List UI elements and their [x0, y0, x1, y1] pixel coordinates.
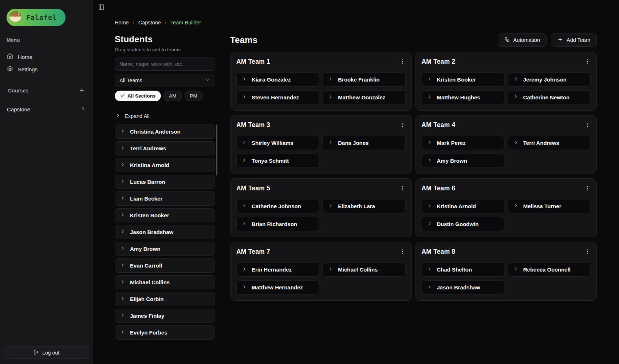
team-filter-select[interactable]: All Teams	[115, 74, 215, 87]
team-member-chip[interactable]: Kristina Arnold	[422, 199, 504, 213]
student-name: Evelyn Forbes	[130, 329, 167, 336]
chevron-right-icon	[115, 113, 121, 119]
team-member-chip[interactable]: Dana Jones	[323, 136, 405, 150]
student-list-item[interactable]: Kristen Booker	[115, 208, 215, 222]
team-member-chip[interactable]: Brian Richardson	[236, 217, 319, 231]
add-team-button[interactable]: Add Team	[551, 33, 597, 47]
team-member-chip[interactable]: Kiara Gonzalez	[236, 72, 319, 87]
team-member-chip[interactable]: Dustin Goodwin	[422, 217, 504, 231]
team-menu-button[interactable]	[398, 57, 407, 67]
member-name: Matthew Hughes	[437, 94, 480, 100]
sidebar-divider	[6, 47, 87, 47]
member-name: Elizabeth Lara	[338, 203, 375, 209]
student-list-scrollbar[interactable]	[216, 124, 217, 175]
add-course-button[interactable]	[78, 86, 86, 95]
team-member-chip[interactable]: Tonya Schmitt	[236, 154, 319, 168]
team-member-chip[interactable]: Shirley Williams	[236, 136, 319, 150]
automation-button[interactable]: Automation	[498, 33, 547, 47]
more-vertical-icon	[584, 185, 590, 192]
team-member-chip[interactable]: Michael Collins	[323, 262, 405, 277]
team-member-chip[interactable]: Matthew Gonzalez	[323, 90, 405, 104]
student-list-item[interactable]: Terri Andrews	[115, 141, 215, 155]
section-filter-chip[interactable]: AM	[163, 91, 182, 101]
course-label: Capstone	[7, 106, 30, 112]
team-member-chip[interactable]: Catherine Johnson	[236, 199, 319, 213]
student-name: Jason Bradshaw	[130, 229, 173, 235]
student-list-item[interactable]: Amy Brown	[115, 242, 215, 256]
chevron-right-icon	[242, 266, 247, 273]
breadcrumb-capstone[interactable]: Capstone	[138, 20, 161, 25]
sidebar-item-capstone[interactable]: Capstone	[5, 103, 88, 116]
section-filter-chip[interactable]: All Sections	[115, 91, 161, 101]
team-menu-button[interactable]	[583, 57, 592, 67]
student-search-input[interactable]	[115, 58, 215, 71]
teams-grid: AM Team 1 Kiara Gonzalez Brooke Franklin…	[230, 52, 597, 301]
logout-button[interactable]: Log out	[4, 347, 89, 359]
team-member-chip[interactable]: Kristen Booker	[422, 72, 504, 87]
student-name: Michael Collins	[130, 279, 170, 285]
section-filter-chip[interactable]: PM	[185, 91, 203, 101]
team-member-chip[interactable]: Melissa Turner	[508, 199, 591, 213]
student-list-item[interactable]: James Finlay	[115, 309, 215, 323]
sidebar-toggle-button[interactable]	[97, 4, 105, 12]
student-list-item[interactable]: Christina Anderson	[115, 124, 215, 139]
brand-logo[interactable]: Falafel	[7, 9, 66, 26]
team-members: Shirley Williams Dana Jones Tonya Schmit…	[236, 136, 406, 168]
team-member-chip[interactable]: Catherine Newton	[508, 90, 591, 104]
section-filter-group: All Sections AM PM	[115, 91, 215, 101]
expand-all-label: Expand All	[125, 113, 150, 119]
breadcrumb-current-page: Team Builder	[170, 20, 201, 25]
member-name: Kiara Gonzalez	[252, 76, 291, 83]
team-member-chip[interactable]: Jeremy Johnson	[508, 72, 591, 87]
member-name: Brooke Franklin	[338, 76, 379, 83]
student-list-item[interactable]: Lucas Barron	[115, 175, 215, 189]
team-card: AM Team 7 Erin Hernandez Michael Collins…	[230, 242, 412, 301]
team-member-chip[interactable]: Rebecca Oconnell	[508, 262, 591, 277]
team-member-chip[interactable]: Matthew Hughes	[422, 90, 504, 104]
more-vertical-icon	[584, 122, 590, 129]
team-members: Mark Perez Terri Andrews Amy Brown	[422, 136, 591, 168]
student-list-item[interactable]: Jason Bradshaw	[115, 225, 215, 239]
chevron-right-icon	[120, 279, 125, 285]
chevron-right-icon	[427, 140, 432, 146]
student-list-item[interactable]: Michael Collins	[115, 275, 215, 289]
student-list-item[interactable]: Liam Becker	[115, 191, 215, 206]
student-list-item[interactable]: Kristina Arnold	[115, 158, 215, 172]
plus-icon	[557, 37, 563, 43]
team-member-chip[interactable]: Steven Hernandez	[236, 90, 319, 104]
breadcrumb-separator: /	[165, 20, 166, 25]
team-member-chip[interactable]: Matthew Hernandez	[236, 280, 319, 294]
team-menu-button[interactable]	[398, 184, 407, 193]
team-member-chip[interactable]: Jason Bradshaw	[422, 280, 504, 294]
student-list-item[interactable]: Elijah Corbin	[115, 292, 215, 306]
team-name: AM Team 1	[236, 58, 270, 66]
chevron-right-icon	[513, 94, 519, 100]
team-menu-button[interactable]	[583, 120, 592, 130]
sidebar-item-settings[interactable]: Settings	[5, 63, 88, 75]
team-member-chip[interactable]: Terri Andrews	[508, 136, 591, 150]
member-name: Dana Jones	[338, 140, 368, 146]
team-member-chip[interactable]: Mark Perez	[422, 136, 504, 150]
member-name: Jason Bradshaw	[437, 284, 480, 290]
team-member-chip[interactable]: Chad Shelton	[422, 262, 504, 277]
team-member-chip[interactable]: Brooke Franklin	[323, 72, 405, 87]
sidebar-divider	[6, 99, 87, 99]
chevron-right-icon	[120, 128, 125, 135]
member-name: Terri Andrews	[523, 140, 559, 146]
team-member-chip[interactable]: Amy Brown	[422, 154, 504, 168]
team-menu-button[interactable]	[583, 247, 592, 257]
chevron-right-icon	[120, 262, 125, 269]
expand-all-button[interactable]: Expand All	[115, 113, 215, 119]
section-filter-label: PM	[190, 93, 197, 99]
team-menu-button[interactable]	[398, 120, 407, 130]
more-vertical-icon	[399, 122, 405, 129]
member-name: Catherine Newton	[523, 94, 570, 100]
team-member-chip[interactable]: Elizabeth Lara	[323, 199, 405, 213]
sidebar-item-home[interactable]: Home	[5, 51, 88, 63]
team-menu-button[interactable]	[583, 184, 592, 193]
team-menu-button[interactable]	[398, 247, 407, 257]
team-member-chip[interactable]: Erin Hernandez	[236, 262, 319, 277]
student-list-item[interactable]: Evan Carroll	[115, 258, 215, 273]
breadcrumb-home[interactable]: Home	[115, 20, 129, 25]
student-list-item[interactable]: Evelyn Forbes	[115, 325, 215, 340]
